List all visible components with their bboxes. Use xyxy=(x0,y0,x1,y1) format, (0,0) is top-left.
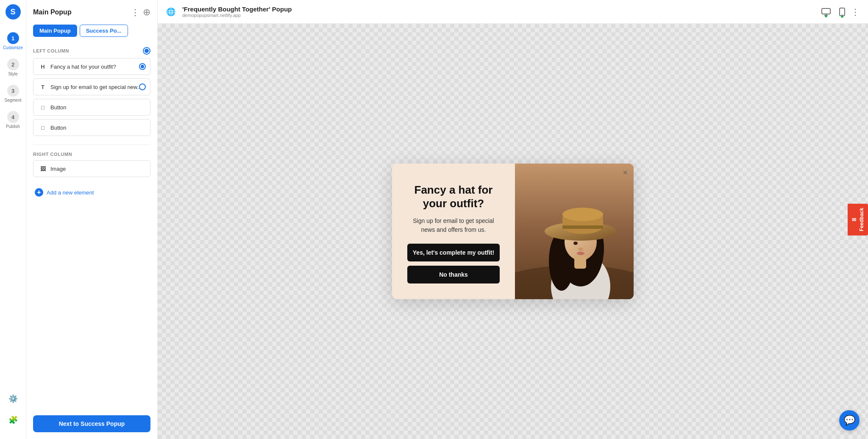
right-column-label: RIGHT COLUMN xyxy=(33,152,150,157)
desktop-device-button[interactable] xyxy=(819,6,833,17)
nav-step-publish[interactable]: 4 Publish xyxy=(3,107,23,133)
sidebar-header: Main Popup ⋮ ⊕ xyxy=(33,7,150,18)
nav-step-circle: 1 xyxy=(7,32,19,44)
svg-point-15 xyxy=(562,208,603,221)
feedback-label: Feedback xyxy=(859,208,865,231)
left-column-element-1[interactable]: T Sign up for email to get special new..… xyxy=(33,78,150,95)
element-icon-2: □ xyxy=(39,103,47,111)
add-element-icon: + xyxy=(35,188,43,197)
left-column-radio[interactable] xyxy=(143,47,150,55)
tab-success-po---[interactable]: Success Po... xyxy=(80,25,128,37)
sidebar-menu-button[interactable]: ⋮ xyxy=(131,7,139,17)
feedback-icon: ✉ xyxy=(851,217,857,222)
element-label-1: Sign up for email to get special new... xyxy=(50,84,142,90)
device-icons: ⋮ xyxy=(819,6,860,18)
element-radio-0 xyxy=(139,63,146,70)
right-element-label-0: Image xyxy=(50,166,66,172)
sidebar-header-actions: ⋮ ⊕ xyxy=(131,7,150,18)
nav-step-style[interactable]: 2 Style xyxy=(3,54,23,81)
nav-step-label: Style xyxy=(8,72,17,76)
right-element-icon-0: 🖼 xyxy=(39,164,47,173)
element-icon-1: T xyxy=(39,83,47,91)
popup-subtext: Sign up for email to get special news an… xyxy=(407,217,500,234)
sidebar-title: Main Popup xyxy=(33,8,72,16)
popup-right-column xyxy=(515,164,634,299)
popup-tab-row: Main PopupSuccess Po... xyxy=(33,25,150,37)
element-icon-0: H xyxy=(39,62,47,71)
popup-left-column: Fancy a hat for your outfit? Sign up for… xyxy=(392,164,515,299)
nav-step-label: Publish xyxy=(6,124,20,129)
left-column-label: LEFT COLUMN xyxy=(33,47,150,55)
more-options-button[interactable]: ⋮ xyxy=(851,7,860,17)
chat-button[interactable]: 💬 xyxy=(839,410,860,431)
feedback-tab[interactable]: ✉ Feedback xyxy=(848,203,868,235)
popup-close-button[interactable]: × xyxy=(623,168,628,178)
right-column-element-0[interactable]: 🖼 Image xyxy=(33,160,150,177)
topbar-info: 'Frequently Bought Together' Popup demop… xyxy=(182,6,812,18)
sidebar: Main Popup ⋮ ⊕ Main PopupSuccess Po... L… xyxy=(26,0,158,439)
element-label-0: Fancy a hat for your outfit? xyxy=(50,64,116,70)
svg-rect-16 xyxy=(562,225,603,229)
element-icon-3: □ xyxy=(39,123,47,132)
topbar: 🌐 'Frequently Bought Together' Popup dem… xyxy=(158,0,868,24)
svg-rect-0 xyxy=(822,8,830,14)
element-label-2: Button xyxy=(50,104,67,111)
svg-rect-11 xyxy=(574,256,586,269)
nav-step-label: Segment xyxy=(4,98,21,103)
left-column-element-3[interactable]: □ Button xyxy=(33,119,150,136)
desktop-active-dot xyxy=(825,15,827,17)
svg-point-18 xyxy=(578,247,583,251)
tab-main-popup[interactable]: Main Popup xyxy=(33,25,77,37)
popup-yes-button[interactable]: Yes, let's complete my outfit! xyxy=(407,244,500,261)
nav-step-label: Customize xyxy=(3,45,23,50)
svg-point-19 xyxy=(577,252,584,255)
popup-image xyxy=(515,164,634,299)
preview-area: 🌐 'Frequently Bought Together' Popup dem… xyxy=(158,0,868,439)
sidebar-footer: Next to Success Popup xyxy=(33,407,150,432)
divider xyxy=(33,144,150,145)
app-logo[interactable]: S xyxy=(6,4,21,19)
svg-point-17 xyxy=(573,242,578,245)
mobile-device-button[interactable] xyxy=(837,6,848,18)
left-nav: S 1 Customize 2 Style 3 Segment 4 Publis… xyxy=(0,0,26,439)
sidebar-add-button[interactable]: ⊕ xyxy=(143,7,150,18)
mobile-active-dot xyxy=(841,15,843,18)
popup-preview: × Fancy a hat for your outfit? Sign up f… xyxy=(392,164,634,299)
settings-icon[interactable]: ⚙️ xyxy=(5,390,22,407)
add-element-row[interactable]: + Add a new element xyxy=(33,184,150,201)
element-label-3: Button xyxy=(50,125,67,131)
next-to-success-popup-button[interactable]: Next to Success Popup xyxy=(33,415,150,432)
nav-step-customize[interactable]: 1 Customize xyxy=(3,28,23,54)
nav-step-circle: 4 xyxy=(7,111,19,123)
nav-step-circle: 3 xyxy=(7,85,19,97)
nav-step-segment[interactable]: 3 Segment xyxy=(3,81,23,107)
popup-heading: Fancy a hat for your outfit? xyxy=(407,183,500,211)
nav-step-circle: 2 xyxy=(7,58,19,70)
globe-icon: 🌐 xyxy=(166,7,175,17)
left-column-element-0[interactable]: H Fancy a hat for your outfit? xyxy=(33,58,150,75)
popup-no-button[interactable]: No thanks xyxy=(407,266,500,283)
integrations-icon[interactable]: 🧩 xyxy=(5,411,22,428)
preview-canvas: × Fancy a hat for your outfit? Sign up f… xyxy=(158,24,868,439)
topbar-title: 'Frequently Bought Together' Popup xyxy=(182,6,812,13)
add-element-label: Add a new element xyxy=(47,189,94,196)
topbar-url: demopopupsmart.netlify.app xyxy=(182,13,812,18)
element-radio-1 xyxy=(139,83,146,90)
left-column-element-2[interactable]: □ Button xyxy=(33,99,150,116)
